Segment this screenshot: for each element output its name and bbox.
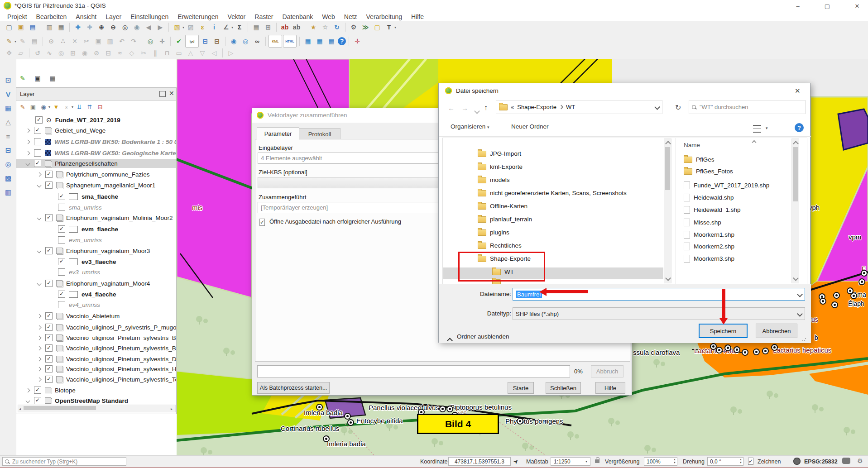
layer-tree-row[interactable]: ✓Eriophorum_vaginatum_Molinia_Moor2 [16,213,176,222]
open-output-checkbox[interactable]: ✓ [259,218,265,226]
save-project-icon[interactable]: ▤ [27,22,38,33]
layer-checkbox[interactable]: ✓ [34,397,41,404]
add-vector-layer-icon[interactable]: V [3,89,14,100]
dropdown-indicator-icon[interactable]: ▾ [48,105,50,109]
layer-tree-row[interactable]: ✓Vaccinio_uliginosi_Pinetum_sylvestris_D… [16,354,176,363]
layer-checkbox[interactable]: ✓ [45,280,53,287]
hide-folders-label[interactable]: Ordner ausblenden [457,333,509,340]
data-source-manager-icon[interactable]: ⊡ [3,75,14,86]
layer-tree-row[interactable]: ✓Eriophorum_vaginatum_Moor4 [16,279,176,288]
layer-tree-row[interactable]: WMS LGRB-BW GK50: Geologische Karte 1 : … [16,148,176,158]
new-folder-button[interactable]: Neuer Ordner [511,123,549,130]
crs-label[interactable]: EPSG:25832 [804,458,838,465]
layer-checkbox[interactable]: ✓ [45,344,53,352]
layer-tree-row[interactable]: ✓Sphagnetum_magellanici_Moor1 [16,181,176,190]
address-dropdown-icon[interactable] [654,104,660,110]
locator-search-input[interactable]: Zu suchender Typ (Strg+K) [2,457,126,466]
folder-row[interactable]: PflGes [684,156,715,163]
add-spatialite-layer-icon[interactable]: ◎ [3,159,14,170]
cut-features-icon[interactable]: ✂ [81,36,92,47]
refresh-icon[interactable]: ↻ [675,103,681,112]
folder-row[interactable]: JPG-Import [478,150,521,157]
scroll-left-icon[interactable]: ◂ [19,407,21,411]
close-panel-icon[interactable]: ✕ [169,90,174,97]
copy-move-feature-icon[interactable]: ▱ [15,48,26,58]
help-button[interactable]: Hilfe [595,382,625,394]
layer-tree-row[interactable]: ✓Vaccinio_uliginosi_Pinetum_sylvestris_B… [16,344,176,353]
start-button[interactable]: Starte [508,382,534,394]
folder-row[interactable]: PflGes_Fotos [684,168,733,175]
minimize-button[interactable]: – [790,1,806,11]
coordinate-input[interactable]: 473817.1,5397551.3 [448,457,511,466]
nav-up-icon[interactable]: ↑ [484,104,488,112]
layer-checkbox[interactable]: ✓ [45,324,53,331]
python-console-icon[interactable]: ≫ [360,22,371,33]
layer-tree-row[interactable]: ✓sma_flaeche [16,192,176,201]
help-contents-icon[interactable]: ? [338,37,346,45]
undo-icon[interactable]: ↶ [116,36,127,47]
reshape-features-icon[interactable]: ◇ [126,48,137,58]
scrollbar-thumb[interactable] [665,147,670,190]
layer-checkbox[interactable]: ✓ [58,291,65,298]
files-column-header[interactable]: Name [684,142,700,148]
metasearch-icon[interactable]: ◉ [228,36,239,47]
layer-labeling-options-icon[interactable]: ab [291,22,302,33]
file-row[interactable]: Funde_WT_2017_2019.shp [684,181,769,189]
layer-checkbox[interactable] [34,138,41,145]
folder-row[interactable]: plugins [478,229,509,236]
file-row[interactable]: Moorkern2.shp [684,243,734,250]
layer-checkbox[interactable]: ✓ [34,160,41,167]
crosshair-tool-icon[interactable]: ✛ [352,36,363,47]
merge-features-icon[interactable]: ⊓ [162,48,173,58]
layer-checkbox[interactable]: ✓ [58,258,65,265]
layer-tree-row[interactable]: ev3_umriss [16,267,176,277]
expander-icon[interactable] [37,314,42,318]
address-bar[interactable]: « Shape-Exporte WT [496,100,662,114]
layer-tree-row[interactable]: ✓ev4_flaeche [16,290,176,299]
file-row[interactable]: Moorkern3.shp [684,255,734,263]
nav-forward-icon[interactable]: → [461,104,468,112]
db-manager-icon[interactable]: ⊟ [211,36,222,47]
deselect-features-icon[interactable]: ▨ [185,22,196,33]
simplify-feature-icon[interactable]: ∿ [44,48,55,58]
add-postgis-layer-icon[interactable]: ⊟ [3,145,14,156]
layer-checkbox[interactable]: ✓ [34,387,41,394]
layer-tree-row[interactable]: sma_umriss [16,203,176,212]
layer-tree-row[interactable]: ev4_umriss [16,300,176,309]
expander-icon[interactable] [37,281,42,286]
add-mesh-layer-icon[interactable]: △ [3,117,14,128]
rotation-spinbox[interactable]: 0,0 ° ▲▼ [707,457,743,466]
magnifier-spinbox[interactable]: 100% ▲▼ [644,457,677,466]
layer-checkbox[interactable]: ✓ [58,225,65,233]
folder-row[interactable]: nicht georeferenzierte Karten, Scans, Sc… [478,190,627,196]
export-html-icon[interactable]: HTML [283,35,297,48]
folder-row[interactable]: Rechtliches [478,242,522,249]
fill-ring-icon[interactable]: ◉ [79,48,90,58]
folder-row[interactable]: planlauf_terrain [478,216,532,223]
expander-icon[interactable] [26,151,30,155]
copy-features-icon[interactable]: ▣ [93,36,104,47]
layer-checkbox[interactable]: ✓ [45,355,53,363]
close-icon[interactable]: ✕ [795,87,801,95]
pan-to-selection-icon[interactable]: ✚ [84,22,95,33]
rotate-feature-icon[interactable]: ↺ [32,48,43,58]
expander-icon[interactable] [37,367,42,371]
menu-projekt[interactable]: Projekt [3,12,32,21]
help-icon[interactable]: ? [795,123,804,132]
statistical-summary-icon[interactable]: Σ [234,22,245,33]
delete-ring-icon[interactable]: ⊘ [91,48,102,58]
zoom-out-icon[interactable]: ⊖ [108,22,119,33]
layer-tree-row[interactable]: ✓Vaccinio_uliginosi_Pinetum_sylvestris_B… [16,333,176,342]
select-by-expression-icon[interactable]: ε [197,22,208,33]
attribute-table-icon[interactable]: ▦ [251,22,262,33]
folder-row[interactable]: kml-Exporte [478,163,523,170]
zoom-full-icon[interactable]: ◎ [120,22,130,33]
nav-back-icon[interactable]: ← [448,104,455,112]
layer-tree-row[interactable]: ✓Polytrichum_commune_Fazies [16,170,176,179]
split-parts-icon[interactable]: ∥ [150,48,161,58]
layer-tree-row[interactable]: ✓Vaccinio_uliginosi_Pinetum_sylvestris_T… [16,375,176,384]
expander-icon[interactable] [37,335,42,340]
symbology-swatch[interactable] [69,258,78,265]
breadcrumb-wt[interactable]: WT [566,104,575,110]
add-wfs-layer-icon[interactable]: ▥ [3,187,14,198]
